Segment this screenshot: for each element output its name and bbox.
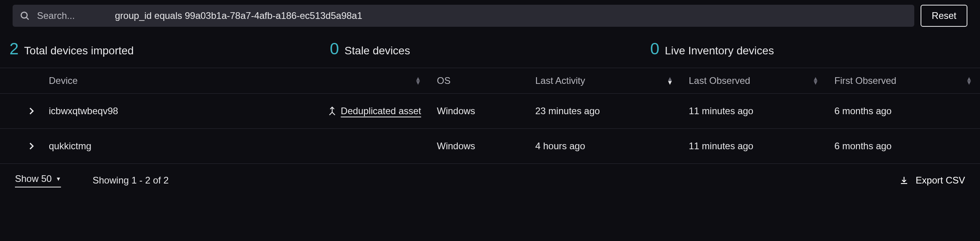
search-query-text: group_id equals 99a03b1a-78a7-4afb-a186-… (115, 10, 362, 21)
last-activity-cell: 4 hours ago (535, 141, 689, 152)
table-footer: Show 50 ▼ Showing 1 - 2 of 2 Export CSV (0, 164, 980, 197)
reset-button[interactable]: Reset (921, 5, 967, 27)
deduplicated-badge[interactable]: Deduplicated asset (327, 106, 421, 117)
column-os[interactable]: OS (437, 75, 535, 86)
expand-row-button[interactable] (0, 129, 43, 163)
device-name: icbwxqtwbeqv98 (49, 106, 118, 117)
search-placeholder: Search... (37, 10, 108, 21)
stat-stale-label: Stale devices (344, 44, 410, 57)
deduplicated-label: Deduplicated asset (341, 106, 421, 117)
expand-row-button[interactable] (0, 94, 43, 128)
column-device[interactable]: Device ▲▼ (43, 75, 437, 86)
stat-stale-devices: 0 Stale devices (330, 39, 650, 58)
column-last-activity[interactable]: Last Activity ▲▼ (535, 75, 689, 86)
merge-icon (327, 106, 337, 116)
svg-point-0 (21, 12, 27, 18)
stat-stale-count: 0 (330, 39, 339, 58)
os-cell: Windows (437, 141, 535, 152)
stats-row: 2 Total devices imported 0 Stale devices… (0, 32, 980, 68)
column-device-label: Device (49, 75, 78, 86)
page-size-label: Show 50 (15, 173, 52, 184)
last-observed-cell: 11 minutes ago (689, 106, 834, 117)
sort-icon: ▲▼ (966, 77, 972, 84)
column-last-activity-label: Last Activity (535, 75, 585, 86)
device-name: qukkictmg (49, 141, 91, 152)
search-icon (20, 11, 30, 21)
table-header-row: Device ▲▼ OS Last Activity ▲▼ Last Obser… (0, 68, 980, 94)
first-observed-cell: 6 months ago (834, 141, 980, 152)
os-cell: Windows (437, 106, 535, 117)
device-cell: qukkictmg (43, 141, 437, 152)
svg-line-1 (26, 17, 28, 19)
stat-total-label: Total devices imported (24, 44, 134, 57)
devices-table: Device ▲▼ OS Last Activity ▲▼ Last Obser… (0, 68, 980, 164)
sort-icon: ▲▼ (415, 77, 421, 84)
search-bar-row: Search... group_id equals 99a03b1a-78a7-… (0, 0, 980, 32)
export-csv-button[interactable]: Export CSV (899, 175, 965, 186)
table-row[interactable]: qukkictmg Windows 4 hours ago 11 minutes… (0, 129, 980, 164)
pagination-summary: Showing 1 - 2 of 2 (92, 175, 168, 186)
stat-live-devices: 0 Live Inventory devices (650, 39, 971, 58)
sort-icon: ▲▼ (812, 77, 819, 84)
page-size-selector[interactable]: Show 50 ▼ (15, 173, 61, 187)
device-cell: icbwxqtwbeqv98 Deduplicated asset (43, 106, 437, 117)
stat-total-devices: 2 Total devices imported (9, 39, 330, 58)
last-observed-cell: 11 minutes ago (689, 141, 834, 152)
table-row[interactable]: icbwxqtwbeqv98 Deduplicated asset Window… (0, 94, 980, 129)
search-input-wrap[interactable]: Search... group_id equals 99a03b1a-78a7-… (13, 5, 914, 27)
download-icon (899, 176, 909, 185)
export-csv-label: Export CSV (916, 175, 965, 186)
sort-icon: ▲▼ (667, 77, 673, 84)
first-observed-cell: 6 months ago (834, 106, 980, 117)
last-activity-cell: 23 minutes ago (535, 106, 689, 117)
stat-live-label: Live Inventory devices (665, 44, 774, 57)
column-first-observed[interactable]: First Observed ▲▼ (834, 75, 980, 86)
stat-live-count: 0 (650, 39, 659, 58)
column-os-label: OS (437, 75, 451, 86)
caret-down-icon: ▼ (55, 176, 61, 182)
stat-total-count: 2 (9, 39, 18, 58)
column-last-observed-label: Last Observed (689, 75, 750, 86)
column-last-observed[interactable]: Last Observed ▲▼ (689, 75, 834, 86)
column-first-observed-label: First Observed (834, 75, 896, 86)
